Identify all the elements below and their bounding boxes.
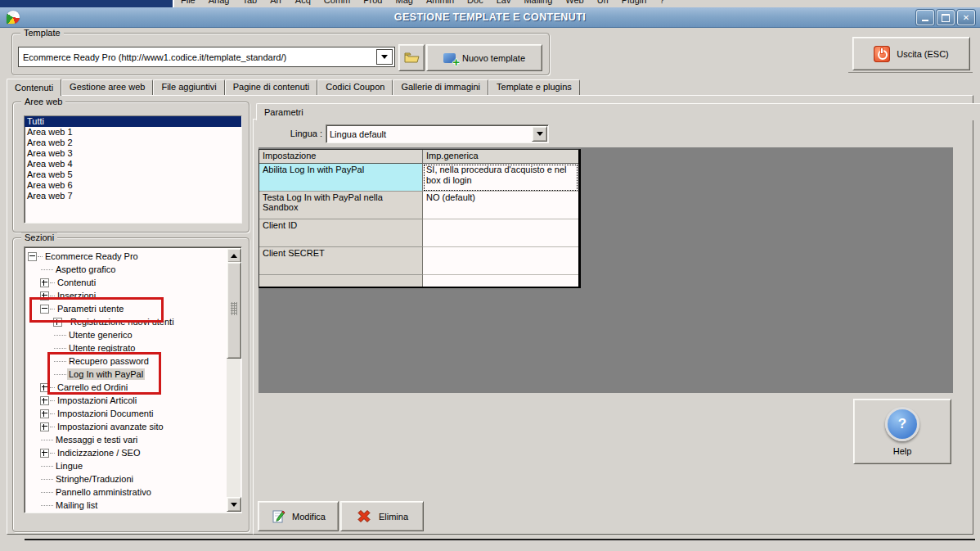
tree-item-inserzioni[interactable]: Inserzioni bbox=[25, 289, 227, 302]
close-icon: ✕ bbox=[963, 14, 969, 22]
setting-value-cell[interactable]: SI, nella procedura d'acquisto e nel box… bbox=[423, 164, 578, 192]
tab-parametri[interactable]: Parametri bbox=[256, 103, 980, 120]
tree-item-messaggi-e-testi-vari[interactable]: Messaggi e testi vari bbox=[25, 433, 227, 446]
list-item-tutti[interactable]: Tutti bbox=[25, 116, 241, 127]
tree-item-impostazioni-avanzate-sito[interactable]: Impostazioni avanzate sito bbox=[25, 420, 227, 433]
setting-value-cell[interactable] bbox=[423, 219, 578, 247]
lingua-combobox-arrow[interactable] bbox=[532, 126, 547, 142]
tree-scrollbar[interactable] bbox=[227, 248, 241, 512]
tree-item-registrazione-nuovi-utenti[interactable]: Registrazione nuovi utenti bbox=[25, 315, 227, 328]
template-combobox-arrow[interactable] bbox=[376, 49, 393, 65]
menu-item-mailing[interactable]: Mailing bbox=[524, 0, 552, 5]
setting-value-cell[interactable]: NO (default) bbox=[423, 192, 578, 219]
tree-connector bbox=[50, 413, 55, 414]
menu-item-arr[interactable]: Arr bbox=[270, 0, 282, 5]
tree-item-log-in-with-paypal[interactable]: Log In with PayPal bbox=[25, 368, 227, 381]
menu-item-plugin[interactable]: Plugin bbox=[622, 0, 647, 5]
tree-expander-icon[interactable] bbox=[40, 409, 49, 418]
tree-expander-icon[interactable] bbox=[40, 291, 49, 300]
tree-item-utente-registrato[interactable]: Utente registrato bbox=[25, 341, 227, 355]
setting-name-cell[interactable]: Testa Log In with PayPal nella Sandbox bbox=[259, 192, 423, 219]
menu-item-help[interactable]: ? bbox=[659, 0, 664, 5]
tree-item-mailing-list[interactable]: Mailing list bbox=[25, 499, 227, 512]
modifica-button[interactable]: Modifica bbox=[258, 501, 339, 531]
list-item-area-web-3[interactable]: Area web 3 bbox=[25, 148, 241, 159]
dialog-titlebar: GESTIONE TEMPLATE E CONTENUTI ✕ bbox=[0, 7, 980, 28]
tab-contenuti[interactable]: Contenuti bbox=[7, 79, 61, 96]
tree-expander-icon[interactable] bbox=[28, 252, 37, 261]
tree-item-carrello-ed-ordini[interactable]: Carrello ed Ordini bbox=[25, 381, 227, 394]
menu-item-prod[interactable]: Prod bbox=[363, 0, 382, 5]
menu-item-acq[interactable]: Acq bbox=[295, 0, 311, 5]
tab-template-e-plugins[interactable]: Template e plugins bbox=[488, 79, 580, 95]
menu-item-anag[interactable]: Anag bbox=[209, 0, 230, 5]
scroll-up-button[interactable] bbox=[227, 248, 241, 263]
setting-row[interactable]: Testa Log In with PayPal nella SandboxNO… bbox=[259, 192, 578, 219]
setting-value-cell[interactable] bbox=[423, 247, 578, 275]
tree-expander-icon[interactable] bbox=[40, 383, 49, 392]
tree-item-utente-generico[interactable]: Utente generico bbox=[25, 328, 227, 341]
scrollbar-thumb[interactable] bbox=[227, 262, 241, 359]
setting-name-cell[interactable]: Abilita Log In with PayPal bbox=[259, 164, 423, 192]
setting-row[interactable]: Client SECRET bbox=[259, 247, 578, 275]
tree-item-indicizzazione-seo[interactable]: Indicizzazione / SEO bbox=[25, 446, 227, 459]
menu-item-lav[interactable]: Lav bbox=[497, 0, 511, 5]
list-item-area-web-4[interactable]: Area web 4 bbox=[25, 159, 241, 169]
elimina-button[interactable]: Elimina bbox=[340, 501, 424, 531]
tab-gestione-aree-web[interactable]: Gestione aree web bbox=[61, 79, 153, 95]
tree-connector bbox=[50, 282, 55, 283]
tree-item-impostazioni-articoli[interactable]: Impostazioni Articoli bbox=[25, 394, 227, 407]
menu-item-comm[interactable]: Comm bbox=[324, 0, 350, 5]
maximize-button[interactable] bbox=[937, 10, 955, 25]
menu-item-mag[interactable]: Mag bbox=[395, 0, 412, 5]
tree-item-parametri-utente[interactable]: Parametri utente bbox=[25, 302, 227, 315]
chevron-down-icon bbox=[381, 55, 388, 59]
open-folder-button[interactable] bbox=[398, 44, 425, 71]
tree-item-stringhe-traduzioni[interactable]: Stringhe/Traduzioni bbox=[25, 472, 227, 486]
template-group-label: Template bbox=[20, 28, 64, 38]
tab-file-aggiuntivi[interactable]: File aggiuntivi bbox=[153, 79, 224, 95]
list-item-area-web-6[interactable]: Area web 6 bbox=[25, 180, 241, 191]
tree-expander-icon[interactable] bbox=[40, 449, 49, 458]
scroll-down-button[interactable] bbox=[227, 497, 241, 512]
tree-item-impostazioni-documenti[interactable]: Impostazioni Documenti bbox=[25, 407, 227, 420]
tree-item-recupero-password[interactable]: Recupero password bbox=[25, 355, 227, 368]
exit-button[interactable]: Uscita (ESC) bbox=[852, 37, 970, 70]
list-item-area-web-7[interactable]: Area web 7 bbox=[25, 191, 241, 201]
new-template-button[interactable]: Nuovo template bbox=[426, 44, 542, 71]
lingua-combobox[interactable]: Lingua default bbox=[326, 124, 549, 143]
menu-item-tab[interactable]: Tab bbox=[242, 0, 257, 5]
list-item-area-web-2[interactable]: Area web 2 bbox=[25, 138, 241, 148]
menu-item-doc[interactable]: Doc bbox=[467, 0, 483, 5]
tree-expander-icon[interactable] bbox=[40, 396, 49, 405]
tab-codici-coupon[interactable]: Codici Coupon bbox=[317, 79, 393, 95]
list-item-area-web-5[interactable]: Area web 5 bbox=[25, 169, 241, 180]
menu-item-url[interactable]: Url bbox=[597, 0, 609, 5]
tree-item-pannello-amministrativo[interactable]: Pannello amministrativo bbox=[25, 486, 227, 499]
tree-expander-icon[interactable] bbox=[40, 305, 49, 314]
tree-expander-icon[interactable] bbox=[53, 318, 62, 327]
menu-item-file[interactable]: File bbox=[181, 0, 196, 5]
tree-expander-icon[interactable] bbox=[40, 422, 49, 431]
setting-row[interactable]: Abilita Log In with PayPalSI, nella proc… bbox=[259, 164, 578, 192]
tree-item-contenuti[interactable]: Contenuti bbox=[25, 276, 227, 289]
tree-item-lingue[interactable]: Lingue bbox=[25, 459, 227, 472]
setting-row[interactable]: Client ID bbox=[259, 219, 578, 247]
menu-item-ammin[interactable]: Ammin bbox=[426, 0, 454, 5]
help-button[interactable]: ? Help bbox=[853, 399, 951, 464]
list-item-area-web-1[interactable]: Area web 1 bbox=[25, 127, 241, 138]
tree-expander-icon[interactable] bbox=[40, 278, 49, 287]
menu-item-web[interactable]: Web bbox=[565, 0, 583, 5]
tab-pagine-di-contenuti[interactable]: Pagine di contenuti bbox=[225, 79, 318, 95]
template-combobox[interactable]: Ecommerce Ready Pro (http://www1.codice.… bbox=[18, 47, 395, 67]
minimize-button[interactable] bbox=[916, 10, 934, 25]
setting-name-cell[interactable]: Client SECRET bbox=[259, 247, 423, 275]
close-button[interactable]: ✕ bbox=[957, 10, 975, 25]
sezioni-tree[interactable]: Ecommerce Ready ProAspetto graficoConten… bbox=[24, 246, 242, 513]
tree-item-aspetto-grafico[interactable]: Aspetto grafico bbox=[25, 263, 227, 276]
aree-web-listbox[interactable]: TuttiArea web 1Area web 2Area web 3Area … bbox=[24, 115, 242, 224]
tree-item-ecommerce-ready-pro[interactable]: Ecommerce Ready Pro bbox=[25, 250, 227, 263]
tab-gallerie-di-immagini[interactable]: Gallerie di immagini bbox=[393, 79, 488, 95]
setting-name-cell[interactable]: Client ID bbox=[259, 219, 423, 247]
tree-item-label: Utente generico bbox=[67, 329, 134, 341]
